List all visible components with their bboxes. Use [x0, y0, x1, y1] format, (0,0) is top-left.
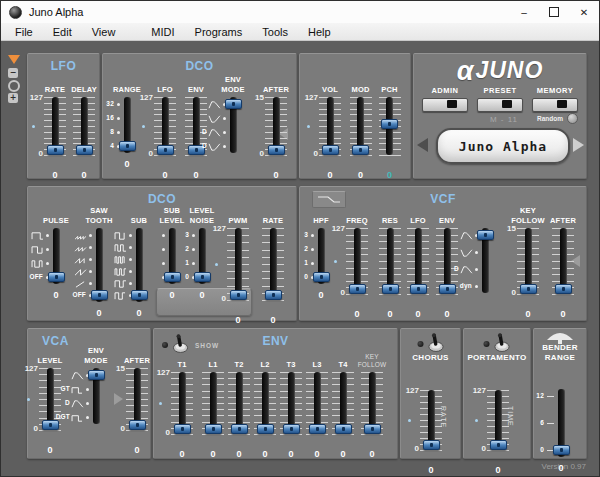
slider-thumb[interactable]	[349, 284, 366, 294]
tick-mark	[262, 300, 284, 301]
slider-thumb[interactable]	[225, 99, 242, 109]
maximize-button[interactable]	[539, 1, 569, 23]
saw-5-icon	[74, 279, 87, 289]
slider-label: L3	[312, 349, 321, 372]
patch-next-arrow[interactable]	[573, 138, 584, 152]
step-marker	[89, 246, 92, 249]
slider-thumb[interactable]	[283, 424, 300, 434]
step-option: 16	[106, 114, 120, 123]
slider-thumb[interactable]	[119, 141, 136, 151]
preset-switch[interactable]	[477, 98, 523, 112]
slider-body: 1270	[218, 228, 258, 312]
slider-value: 0	[273, 170, 278, 180]
slider-thumb[interactable]	[174, 424, 191, 434]
memory-switch[interactable]	[532, 98, 578, 112]
slider-thumb[interactable]	[477, 230, 494, 240]
panel-logo: αJUNO ADMINPRESETMEMORY M - 11 Random Ju…	[413, 53, 587, 179]
menu-item-tools[interactable]: Tools	[252, 25, 298, 39]
slider-thumb[interactable]	[157, 145, 174, 155]
slider-thumb[interactable]	[257, 424, 274, 434]
panel-header-portamento	[484, 331, 511, 357]
slider-thumb[interactable]	[194, 272, 211, 282]
slider-thumb[interactable]	[131, 290, 148, 300]
menu-item-midi[interactable]: MIDI	[141, 25, 184, 39]
panel-dco2: DCOPULSEOFF0SAWTOOTHOFF0SUB0SUBLEVEL0LEV…	[27, 186, 297, 321]
slider-value: 0	[387, 170, 392, 180]
step-option: D	[202, 142, 226, 151]
slider-body: 12600	[537, 389, 585, 465]
slider-body: 1270	[30, 368, 70, 442]
close-button[interactable]: ✕	[569, 1, 599, 23]
slider-thumb[interactable]	[265, 290, 282, 300]
switch-knob	[557, 100, 567, 108]
step-marker	[46, 234, 49, 237]
slider-row: PULSEOFF0SAWTOOTHOFF0SUB0SUBLEVEL0LEVELN…	[34, 205, 288, 325]
slider-thumb[interactable]	[381, 119, 398, 129]
slider-thumb[interactable]	[382, 284, 399, 294]
step-marker	[129, 246, 132, 249]
slider-thumb[interactable]	[48, 272, 65, 282]
menu-item-file[interactable]: File	[5, 25, 43, 39]
gate-icon	[71, 413, 84, 423]
patch-prev-arrow[interactable]	[417, 138, 428, 152]
slider-label: RES	[382, 205, 398, 228]
slider-thumb[interactable]	[88, 370, 105, 380]
slider-thumb[interactable]	[555, 284, 572, 294]
slider-vcf-freq: FREQ12700	[338, 205, 376, 319]
slider-label: AFTER	[263, 74, 289, 97]
slider-body: 1270	[338, 228, 376, 306]
slider-thumb[interactable]	[439, 284, 456, 294]
collapse-minus-button[interactable]: −	[8, 68, 18, 78]
slider-thumb[interactable]	[231, 424, 248, 434]
slider-thumb[interactable]	[490, 440, 507, 450]
slider-thumb[interactable]	[47, 145, 64, 155]
slider-thumb[interactable]	[364, 424, 381, 434]
slider-body	[226, 372, 252, 446]
slider-thumb[interactable]	[164, 272, 181, 282]
slider-label: RANGE	[113, 74, 141, 97]
slider-thumb[interactable]	[268, 145, 285, 155]
slider-thumb[interactable]	[205, 424, 222, 434]
slider-thumb[interactable]	[553, 445, 570, 455]
slider-lfo-delay: DELAY0	[70, 74, 98, 180]
slider-thumb[interactable]	[322, 145, 339, 155]
sub-3-icon	[114, 255, 127, 265]
slider-thumb[interactable]	[410, 284, 427, 294]
step-option: 3	[304, 231, 314, 240]
orange-triangle-icon[interactable]	[8, 55, 20, 64]
slider-thumb[interactable]	[335, 424, 352, 434]
switch-label: MEMORY	[537, 86, 573, 95]
patch-number: M - 11	[476, 115, 532, 124]
slider-label: KEYFOLLOW	[511, 205, 545, 228]
slider-dco1-range: RANGE3216840	[107, 74, 147, 167]
random-button[interactable]	[567, 113, 578, 124]
menu-item-view[interactable]: View	[82, 25, 126, 39]
menu-item-help[interactable]: Help	[298, 25, 341, 39]
slider-thumb[interactable]	[230, 290, 247, 300]
slider-thumb[interactable]	[91, 290, 108, 300]
tick-mark	[379, 294, 401, 295]
admin-switch[interactable]	[422, 98, 468, 112]
slider-thumb[interactable]	[309, 424, 326, 434]
minimize-button[interactable]: –	[509, 1, 539, 23]
slider-value: 0	[193, 170, 198, 180]
slider-thumb[interactable]	[423, 440, 440, 450]
slider-thumb[interactable]	[76, 145, 93, 155]
slider-chorus-rate: 1270RATE0	[403, 367, 459, 475]
slider-thumb[interactable]	[129, 420, 146, 430]
step-label: 16	[106, 115, 114, 122]
slider-value: 0	[495, 465, 500, 475]
slider-thumb[interactable]	[352, 145, 369, 155]
slider-value: 0	[304, 290, 338, 300]
slider-row: RATE12700DELAY0	[40, 74, 98, 180]
expand-plus-button[interactable]: +	[8, 93, 18, 103]
toggle-switch[interactable]	[427, 331, 444, 357]
menu-item-programs[interactable]: Programs	[185, 25, 253, 39]
menu-item-edit[interactable]: Edit	[43, 25, 82, 39]
switch-knob	[502, 100, 512, 108]
slider-thumb[interactable]	[520, 284, 537, 294]
step-option	[160, 231, 165, 240]
slider-thumb[interactable]	[313, 272, 330, 282]
toggle-switch[interactable]	[494, 331, 511, 357]
circle-button[interactable]	[8, 80, 20, 92]
